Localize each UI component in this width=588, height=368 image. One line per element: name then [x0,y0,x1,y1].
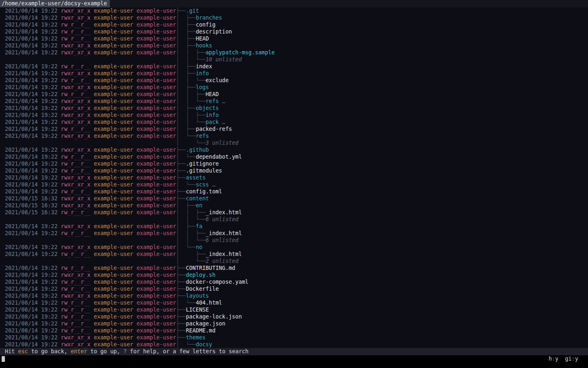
tree-entry-name[interactable]: config [196,22,215,28]
tree-row[interactable]: 2021/08/14 19:22 rw_r__r__ example-user … [0,91,588,98]
tree-row[interactable]: 2021/08/14 19:22 rw_r__r__ example-user … [0,21,588,28]
tree-row[interactable]: 2021/08/14 19:22 rwxr_xr_x example-user … [0,98,588,105]
tree-row[interactable]: 2021/08/14 19:22 rw_r__r__ example-user … [0,126,588,132]
tree-entry-name[interactable]: scss [196,182,209,188]
tree-row[interactable]: 2021/08/15 16:32 rwxr_xr_x example-user … [0,202,588,209]
tree-row[interactable]: 2021/08/14 19:22 rwxr_xr_x example-user … [0,334,588,341]
tree-row[interactable]: 2021/08/14 19:22 rwxr_xr_x example-user … [0,132,588,139]
tree-row[interactable]: 2021/08/14 19:22 rw_r__r__ example-user … [0,320,588,327]
tree-entry-name[interactable]: refs [196,133,209,139]
tree-row[interactable]: 2021/08/14 19:22 rw_r__r__ example-user … [0,278,588,285]
tree-entry-name[interactable]: hooks [196,43,212,49]
tree-row[interactable]: 2021/08/14 19:22 rwxr_xr_x example-user … [0,174,588,181]
tree-row[interactable]: │ │ └──6 unlisted [0,237,588,244]
tree-row[interactable]: 2021/08/15 16:32 rwxr_xr_x example-user … [0,195,588,202]
tree-row[interactable]: 2021/08/14 19:22 rwxr_xr_x example-user … [0,223,588,230]
tree-row[interactable]: 2021/08/14 19:22 rw_r__r__ example-user … [0,153,588,160]
file-date: 2021/08/14 19:22 [5,161,58,167]
tree-row[interactable]: 2021/08/14 19:22 rw_r__r__ example-user … [0,28,588,35]
tree-entry-name[interactable]: no [196,244,202,250]
tree-row[interactable]: 2021/08/14 19:22 rwxr_xr_x example-user … [0,7,588,14]
tree-entry-name[interactable]: info [196,70,209,76]
tree-entry-name[interactable]: en [196,202,202,209]
tree-entry-name[interactable]: package-lock.json [186,314,242,320]
tree-row[interactable]: 2021/08/14 19:22 rwxr_xr_x example-user … [0,84,588,91]
tree-row[interactable]: │ └──2 unlisted [0,258,588,265]
tree-row[interactable]: 2021/08/14 19:22 rwxr_xr_x example-user … [0,14,588,21]
tree-entry-name[interactable]: .gitignore [186,161,219,167]
tree-entry-name[interactable]: .git [186,8,199,14]
tree-entry-name[interactable]: info [206,112,219,118]
tree-entry-name[interactable]: LICENSE [186,307,209,313]
tree-entry-name[interactable]: themes [186,334,205,341]
file-owner: example-user [94,195,134,202]
tree-row[interactable]: 2021/08/14 19:22 rwxr_xr_x example-user … [0,292,588,299]
tree-entry-name[interactable]: pack [206,119,219,125]
tree-entry-name[interactable]: packed-refs [196,126,232,132]
status-segment: to go back, [28,348,71,355]
tree-row[interactable]: 2021/08/14 19:22 rw_r__r__ example-user … [0,299,588,306]
tree-entry-name[interactable]: _index.html [206,209,242,215]
tree-row[interactable]: 2021/08/14 19:22 rwxr_xr_x example-user … [0,105,588,112]
tree-entry-name[interactable]: applypatch-msg.sample [206,49,275,56]
tree-entry-name[interactable]: layouts [186,293,209,299]
tree-entry-name[interactable]: content [186,195,209,202]
tree-row[interactable]: 2021/08/14 19:22 rw_r__r__ example-user … [0,251,588,258]
tree-entry-name[interactable]: .gitmodules [186,168,222,174]
tree-entry-name[interactable]: HEAD [196,36,209,42]
tree-row[interactable]: 2021/08/14 19:22 rw_r__r__ example-user … [0,35,588,42]
tree-entry-name[interactable]: docsy [196,341,212,348]
tree-row[interactable]: 2021/08/14 19:22 rwxr_xr_x example-user … [0,181,588,188]
tree-entry-name[interactable]: config.toml [186,188,222,195]
tree-row[interactable]: 2021/08/14 19:22 rw_r__r__ example-user … [0,230,588,237]
tree-row[interactable]: 2021/08/14 19:22 rw_r__r__ example-user … [0,327,588,334]
tree-entry-name[interactable]: fa [196,223,202,229]
tree-entry-name[interactable]: exclude [206,77,229,83]
text-cursor[interactable] [2,356,5,362]
tree-row[interactable]: 2021/08/14 19:22 rwxr_xr_x example-user … [0,49,588,56]
tree-entry-name[interactable]: dependabot.yml [196,154,242,160]
tree-entry-name[interactable]: description [196,29,232,35]
file-owner: example-user [94,84,134,90]
tree-row[interactable]: 2021/08/14 19:22 rw_r__r__ example-user … [0,77,588,84]
tree-entry-name[interactable]: docker-compose.yaml [186,279,248,285]
tree-row[interactable]: 2021/08/14 19:22 rwxr_xr_x example-user … [0,42,588,49]
tree-row[interactable]: │ └──3 unlisted [0,139,588,146]
tree-row[interactable]: 2021/08/14 19:22 rwxr_xr_x example-user … [0,244,588,251]
tree-row[interactable]: 2021/08/14 19:22 rwxr_xr_x example-user … [0,119,588,126]
tree-entry-name[interactable]: _index.html [206,251,242,257]
tree-row[interactable]: 2021/08/14 19:22 rw_r__r__ example-user … [0,160,588,167]
tree-row[interactable]: 2021/08/14 19:22 rw_r__r__ example-user … [0,285,588,292]
tree-row[interactable]: 2021/08/14 19:22 rw_r__r__ example-user … [0,188,588,195]
tree-entry-name[interactable]: logs [196,84,209,90]
tree-row[interactable]: │ │ └──10 unlisted [0,56,588,63]
tree-row[interactable]: 2021/08/14 19:22 rw_r__r__ example-user … [0,63,588,70]
tree-row[interactable]: 2021/08/14 19:22 rw_r__r__ example-user … [0,265,588,272]
tree-row[interactable]: 2021/08/14 19:22 rwxr_xr_x example-user … [0,272,588,278]
tree-row[interactable]: 2021/08/14 19:22 rw_r__r__ example-user … [0,306,588,313]
tree-row[interactable]: 2021/08/14 19:22 rwxr_xr_x example-user … [0,112,588,119]
tree-row[interactable]: 2021/08/14 19:22 rwxr_xr_x example-user … [0,341,588,348]
tree-entry-name[interactable]: index [196,63,212,70]
tree-row[interactable]: 2021/08/15 16:32 rw_r__r__ example-user … [0,209,588,216]
tree-row[interactable]: 2021/08/14 19:22 rw_r__r__ example-user … [0,167,588,174]
tree-entry-name[interactable]: 404.html [196,300,222,306]
tree-row[interactable]: │ │ └──6 unlisted [0,216,588,223]
file-group: example-user [137,112,176,118]
tree-row[interactable]: 2021/08/14 19:22 rwxr_xr_x example-user … [0,70,588,77]
tree-entry-name[interactable]: README.md [186,328,216,334]
tree-entry-name[interactable]: objects [196,105,218,111]
tree-entry-name[interactable]: HEAD [206,91,219,97]
tree-entry-name[interactable]: _index.html [206,230,242,236]
tree-entry-name[interactable]: refs [206,98,219,104]
tree-entry-name[interactable]: CONTRIBUTING.md [186,265,235,271]
tree-entry-name[interactable]: deploy.sh [186,272,216,278]
tree-entry-name[interactable]: Dockerfile [186,286,219,292]
tree-entry-name[interactable]: branches [196,15,222,21]
tree-row[interactable]: 2021/08/14 19:22 rwxr_xr_x example-user … [0,146,588,153]
tree-row[interactable]: 2021/08/14 19:22 rw_r__r__ example-user … [0,313,588,320]
tree-entry-name[interactable]: .github [186,147,209,153]
search-input[interactable]: h:y gi:y [0,355,588,368]
tree-entry-name[interactable]: assets [186,175,205,181]
tree-entry-name[interactable]: package.json [186,321,225,327]
